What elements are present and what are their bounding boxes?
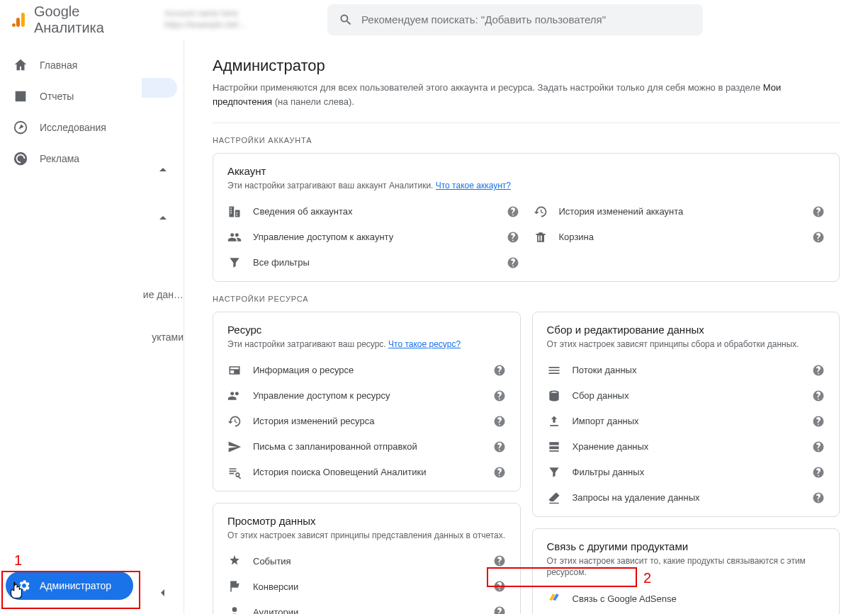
help-icon[interactable] <box>812 231 825 244</box>
help-icon[interactable] <box>812 364 825 377</box>
item-data-deletion[interactable]: Запросы на удаление данных <box>547 485 825 511</box>
nav-explore[interactable]: Исследования <box>0 113 142 142</box>
item-account-access[interactable]: Управление доступом к аккаунту <box>227 224 519 250</box>
chevron-up-icon[interactable] <box>154 210 171 227</box>
item-label: Управление доступом к аккаунту <box>253 232 495 242</box>
item-events[interactable]: События <box>227 548 506 574</box>
item-account-history[interactable]: История изменений аккаунта <box>534 199 825 224</box>
help-icon[interactable] <box>812 390 825 402</box>
item-scheduled-emails[interactable]: Письма с запланированной отправкой <box>227 434 506 460</box>
item-audiences[interactable]: Аудитории <box>227 599 506 614</box>
item-conversions[interactable]: Конверсии <box>227 574 506 599</box>
nav-ads[interactable]: Реклама <box>0 144 142 173</box>
item-data-collection[interactable]: Сбор данных <box>547 383 825 409</box>
item-all-filters[interactable]: Все фильтры <box>227 250 519 275</box>
item-label: Все фильтры <box>253 257 495 268</box>
nav-reports-label: Отчеты <box>40 91 74 102</box>
streams-icon <box>547 363 561 377</box>
help-icon[interactable] <box>507 231 519 244</box>
item-data-streams[interactable]: Потоки данных <box>547 358 825 383</box>
help-icon[interactable] <box>493 466 506 479</box>
item-label: Импорт данных <box>573 416 801 426</box>
item-data-retention[interactable]: Хранение данных <box>547 434 825 460</box>
card-data-sub: От этих настроек зависят принципы сбора … <box>547 339 825 351</box>
send-icon <box>227 440 242 454</box>
help-icon[interactable] <box>493 555 506 567</box>
card-view-sub: От этих настроек зависят принципы предст… <box>227 530 506 542</box>
search-input[interactable] <box>361 13 692 25</box>
help-icon[interactable] <box>493 390 506 402</box>
card-resource: Ресурс Эти настройки затрагивают ваш рес… <box>213 312 521 491</box>
item-alerts-history[interactable]: История поиска Оповещений Аналитики <box>227 460 506 485</box>
trash-icon <box>534 230 548 244</box>
item-account-details[interactable]: Сведения об аккаунтах <box>227 199 519 224</box>
what-is-account-link[interactable]: Что такое аккаунт? <box>436 181 511 191</box>
item-trash[interactable]: Корзина <box>534 224 825 250</box>
help-icon[interactable] <box>507 256 519 269</box>
svg-point-2 <box>12 23 16 26</box>
search-bar[interactable] <box>327 4 703 35</box>
help-icon[interactable] <box>812 491 825 504</box>
help-icon[interactable] <box>493 606 506 614</box>
item-label: Хранение данных <box>573 441 801 452</box>
help-icon[interactable] <box>493 415 506 428</box>
app-header: Google Аналитика Account name here https… <box>0 0 868 40</box>
flag-icon <box>227 579 242 593</box>
item-label: Связь с Google AdSense <box>573 593 825 604</box>
item-data-import[interactable]: Импорт данных <box>547 409 825 434</box>
history-icon <box>534 205 548 219</box>
item-label: Запросы на удаление данных <box>573 492 801 503</box>
help-icon[interactable] <box>493 364 506 377</box>
adsense-icon <box>547 591 561 606</box>
item-label: Корзина <box>559 232 801 242</box>
nav-home-label: Главная <box>40 59 77 71</box>
card-account: Аккаунт Эти настройки затрагивают ваш ак… <box>213 153 840 282</box>
item-label: Конверсии <box>253 581 482 592</box>
left-nav: Главная Отчеты Исследования Реклама Адми… <box>0 40 142 614</box>
item-resource-history[interactable]: История изменений ресурса <box>227 409 506 434</box>
svg-rect-0 <box>21 13 25 27</box>
item-label: Потоки данных <box>573 365 801 375</box>
storage-icon <box>547 440 561 454</box>
item-label: Информация о ресурсе <box>253 365 482 375</box>
item-link-google-ads[interactable]: Связь с Google Рекламой <box>547 611 825 614</box>
card-links-title: Связь с другими продуктами <box>547 540 825 552</box>
main-content: Администратор Настройки применяются для … <box>184 40 868 614</box>
nav-admin-label: Администратор <box>40 580 111 591</box>
help-icon[interactable] <box>812 466 825 479</box>
database-icon <box>547 389 561 403</box>
filter-icon <box>547 465 561 479</box>
account-selector[interactable]: Account name here https://example.net/… <box>164 8 327 30</box>
item-label: Фильтры данных <box>573 467 801 477</box>
logo-block[interactable]: Google Аналитика <box>11 4 153 36</box>
item-label: История изменений ресурса <box>253 416 482 426</box>
help-icon[interactable] <box>812 415 825 428</box>
card-data-title: Сбор и редактирование данных <box>547 324 825 336</box>
svg-rect-1 <box>16 18 20 27</box>
help-icon[interactable] <box>493 580 506 593</box>
collapse-arrow-icon[interactable] <box>154 584 171 601</box>
item-label: События <box>253 556 482 567</box>
page-title: Администратор <box>213 57 840 75</box>
card-resource-sub: Эти настройки затрагивают ваш ресурс. Чт… <box>227 339 506 351</box>
help-icon[interactable] <box>507 205 519 218</box>
item-data-filters[interactable]: Фильтры данных <box>547 460 825 485</box>
search-icon <box>339 13 353 27</box>
chevron-up-icon[interactable] <box>154 161 171 178</box>
item-resource-access[interactable]: Управление доступом к ресурсу <box>227 383 506 409</box>
section-resource-label: НАСТРОЙКИ РЕСУРСА <box>213 295 840 303</box>
truncated-label: ие дан… <box>143 289 184 300</box>
help-icon[interactable] <box>493 440 506 453</box>
nav-home[interactable]: Главная <box>0 51 142 79</box>
eraser-icon <box>547 491 561 505</box>
help-icon[interactable] <box>812 440 825 453</box>
nav-reports[interactable]: Отчеты <box>0 82 142 110</box>
item-link-adsense[interactable]: Связь с Google AdSense <box>547 586 825 611</box>
help-icon[interactable] <box>812 205 825 218</box>
item-resource-info[interactable]: Информация о ресурсе <box>227 358 506 383</box>
people-icon <box>227 389 242 403</box>
secondary-panel-collapsed: ие дан… уктами <box>142 40 184 614</box>
product-name: Google Аналитика <box>34 4 153 36</box>
card-links-sub: От этих настроек зависит то, какие проду… <box>547 555 825 579</box>
what-is-resource-link[interactable]: Что такое ресурс? <box>388 339 461 349</box>
